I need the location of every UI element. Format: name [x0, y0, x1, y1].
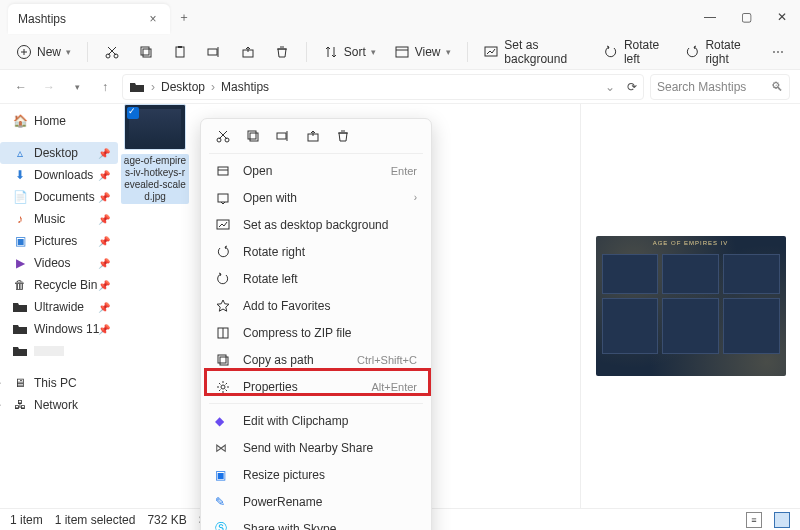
- sidebar-item-desktop[interactable]: ▵Desktop📌: [0, 142, 118, 164]
- sidebar-item-documents[interactable]: 📄Documents📌: [0, 186, 118, 208]
- ctx-clipchamp[interactable]: ◆Edit with Clipchamp: [201, 407, 431, 434]
- documents-icon: 📄: [12, 190, 28, 204]
- new-label: New: [37, 45, 61, 59]
- rotate-right-button[interactable]: Rotate right: [678, 34, 760, 70]
- rotate-right-icon: [215, 244, 231, 260]
- cut-icon: [104, 44, 120, 60]
- sidebar-item-blank[interactable]: [0, 340, 118, 362]
- ctx-rotate-right[interactable]: Rotate right: [201, 238, 431, 265]
- sidebar-item-pictures[interactable]: ▣Pictures📌: [0, 230, 118, 252]
- sidebar-item-thispc[interactable]: ›🖥This PC: [0, 372, 118, 394]
- crumb-mashtips[interactable]: Mashtips: [221, 80, 269, 94]
- refresh-icon[interactable]: ⟳: [627, 80, 637, 94]
- close-button[interactable]: ✕: [764, 3, 800, 31]
- pin-icon: 📌: [98, 170, 110, 181]
- svg-rect-14: [250, 133, 258, 141]
- forward-button[interactable]: →: [38, 76, 60, 98]
- sidebar-item-windows11[interactable]: Windows 11📌: [0, 318, 118, 340]
- address-bar[interactable]: › Desktop › Mashtips ⌄ ⟳: [122, 74, 644, 100]
- cut-button[interactable]: [98, 40, 126, 64]
- chevron-right-icon[interactable]: ›: [0, 378, 1, 388]
- chevron-right-icon: ›: [211, 80, 215, 94]
- window-controls: ― ▢ ✕: [692, 3, 800, 31]
- checkbox-icon[interactable]: [127, 107, 139, 119]
- ctx-open[interactable]: OpenEnter: [201, 157, 431, 184]
- preview-image: AGE OF EMPIRES IV: [596, 236, 786, 376]
- paste-icon: [172, 44, 188, 60]
- clipchamp-icon: ◆: [215, 414, 231, 428]
- back-button[interactable]: ←: [10, 76, 32, 98]
- file-name[interactable]: age-of-empires-iv-hotkeys-revealed-scale…: [121, 154, 189, 204]
- delete-button[interactable]: [268, 40, 296, 64]
- file-thumbnail[interactable]: [124, 104, 186, 150]
- details-view-button[interactable]: ≡: [746, 512, 762, 528]
- tab-mashtips[interactable]: Mashtips ×: [8, 4, 170, 34]
- ctx-open-with[interactable]: Open with›: [201, 184, 431, 211]
- videos-icon: ▶: [12, 256, 28, 270]
- chevron-down-icon[interactable]: ▾: [66, 76, 88, 98]
- music-icon: ♪: [12, 212, 28, 226]
- sidebar-item-downloads[interactable]: ⬇Downloads📌: [0, 164, 118, 186]
- new-tab-button[interactable]: ＋: [170, 9, 198, 26]
- copy-button[interactable]: [132, 40, 160, 64]
- sidebar-item-videos[interactable]: ▶Videos📌: [0, 252, 118, 274]
- star-icon: [215, 298, 231, 314]
- ctx-rotate-left[interactable]: Rotate left: [201, 265, 431, 292]
- sidebar-item-home[interactable]: 🏠Home: [0, 110, 118, 132]
- view-button[interactable]: View▾: [388, 40, 457, 64]
- rename-button[interactable]: [200, 40, 228, 64]
- ctx-set-background[interactable]: Set as desktop background: [201, 211, 431, 238]
- ctx-nearby-share[interactable]: ⋈Send with Nearby Share: [201, 434, 431, 461]
- share-icon[interactable]: [305, 128, 321, 144]
- chevron-down-icon[interactable]: ⌄: [605, 80, 615, 94]
- chevron-right-icon[interactable]: ›: [0, 400, 1, 410]
- minimize-button[interactable]: ―: [692, 3, 728, 31]
- context-menu: OpenEnter Open with› Set as desktop back…: [200, 118, 432, 530]
- search-input[interactable]: Search Mashtips 🔍︎: [650, 74, 790, 100]
- set-background-button[interactable]: Set as background: [477, 34, 591, 70]
- chevron-right-icon: ›: [414, 192, 417, 203]
- delete-icon: [274, 44, 290, 60]
- ctx-skype[interactable]: ⓈShare with Skype: [201, 515, 431, 530]
- share-button[interactable]: [234, 40, 262, 64]
- pin-icon: 📌: [98, 236, 110, 247]
- rotate-left-label: Rotate left: [624, 38, 666, 66]
- more-button[interactable]: ⋯: [766, 41, 790, 63]
- tiles-view-button[interactable]: [774, 512, 790, 528]
- ctx-properties[interactable]: PropertiesAlt+Enter: [201, 373, 431, 400]
- network-icon: 🖧: [12, 398, 28, 412]
- sort-button[interactable]: Sort▾: [317, 40, 382, 64]
- pin-icon: 📌: [98, 324, 110, 335]
- sidebar-item-recyclebin[interactable]: 🗑Recycle Bin📌: [0, 274, 118, 296]
- sidebar-item-ultrawide[interactable]: Ultrawide📌: [0, 296, 118, 318]
- new-icon: [16, 44, 32, 60]
- close-tab-icon[interactable]: ×: [146, 12, 160, 26]
- tab-title: Mashtips: [18, 12, 66, 26]
- openwith-icon: [215, 190, 231, 206]
- open-icon: [215, 163, 231, 179]
- file-tile[interactable]: age-of-empires-iv-hotkeys-revealed-scale…: [121, 104, 189, 204]
- up-button[interactable]: ↑: [94, 76, 116, 98]
- cut-icon[interactable]: [215, 128, 231, 144]
- separator: [209, 403, 423, 404]
- ctx-copy-path[interactable]: Copy as pathCtrl+Shift+C: [201, 346, 431, 373]
- delete-icon[interactable]: [335, 128, 351, 144]
- ctx-powerrename[interactable]: ✎PowerRename: [201, 488, 431, 515]
- rotate-left-button[interactable]: Rotate left: [597, 34, 672, 70]
- pictures-icon: ▣: [12, 234, 28, 248]
- desktop-icon: ▵: [12, 146, 28, 160]
- new-button[interactable]: New ▾: [10, 40, 77, 64]
- properties-icon: [215, 379, 231, 395]
- ctx-favorites[interactable]: Add to Favorites: [201, 292, 431, 319]
- crumb-desktop[interactable]: Desktop: [161, 80, 205, 94]
- rename-icon[interactable]: [275, 128, 291, 144]
- share-icon: [240, 44, 256, 60]
- sidebar-item-network[interactable]: ›🖧Network: [0, 394, 118, 416]
- home-icon: 🏠: [12, 114, 28, 128]
- sidebar-item-music[interactable]: ♪Music📌: [0, 208, 118, 230]
- maximize-button[interactable]: ▢: [728, 3, 764, 31]
- ctx-zip[interactable]: Compress to ZIP file: [201, 319, 431, 346]
- ctx-resize[interactable]: ▣Resize pictures: [201, 461, 431, 488]
- copy-icon[interactable]: [245, 128, 261, 144]
- paste-button[interactable]: [166, 40, 194, 64]
